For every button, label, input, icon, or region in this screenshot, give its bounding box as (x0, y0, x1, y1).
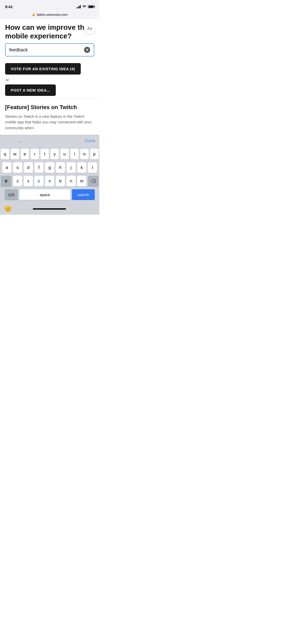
or-label: or (6, 78, 94, 82)
key-r[interactable]: r (31, 149, 39, 159)
key-n[interactable]: n (66, 176, 76, 186)
key-w[interactable]: w (11, 149, 19, 159)
address-bar: 🔒 twitch.uservoice.com (0, 11, 99, 19)
search-input-wrapper[interactable]: feedback (5, 43, 94, 56)
keyboard-row-4: 123 space search (1, 189, 99, 200)
key-j[interactable]: j (66, 162, 76, 173)
key-k[interactable]: k (77, 162, 86, 173)
signal-bars-icon (77, 5, 81, 8)
keyboard-row-2: a s d f g h j k l (1, 162, 99, 173)
key-search[interactable]: search (72, 189, 95, 200)
translate-button[interactable]: A 字 (84, 23, 95, 34)
post-new-idea-button[interactable]: POST A NEW IDEA... (5, 84, 56, 96)
keyboard: q w e r t y u i o p a s d f g h j k l z … (0, 147, 99, 204)
translate-icon: A 字 (87, 26, 92, 31)
key-g[interactable]: g (45, 162, 54, 173)
search-input[interactable]: feedback (9, 47, 84, 53)
search-clear-button[interactable] (84, 47, 90, 53)
battery-icon (88, 5, 94, 8)
key-delete[interactable] (88, 176, 99, 186)
search-container: feedback (5, 43, 94, 56)
key-f[interactable]: f (34, 162, 44, 173)
key-o[interactable]: o (80, 149, 89, 159)
feature-title[interactable]: [Feature] Stories on Twitch (5, 104, 94, 111)
emoji-button[interactable]: 😊 (4, 205, 12, 212)
delete-icon (91, 179, 96, 183)
svg-text:字: 字 (89, 27, 92, 31)
keyboard-row-3: z x c v b n m (1, 176, 99, 186)
status-icons (77, 5, 94, 9)
address-url[interactable]: twitch.uservoice.com (37, 13, 68, 17)
home-indicator (33, 208, 66, 210)
bottom-bar: 😊 (0, 204, 99, 215)
key-s[interactable]: s (13, 162, 22, 173)
key-u[interactable]: u (60, 149, 69, 159)
wifi-icon (82, 5, 86, 9)
key-z[interactable]: z (13, 176, 22, 186)
key-e[interactable]: e (21, 149, 29, 159)
keyboard-row-1: q w e r t y u i o p (1, 149, 99, 159)
key-p[interactable]: p (90, 149, 99, 159)
status-time: 9:41 (5, 5, 13, 9)
feature-description: Stories on Twitch is a new feature in th… (5, 114, 94, 131)
key-space[interactable]: space (19, 189, 70, 200)
key-b[interactable]: b (56, 176, 65, 186)
key-t[interactable]: t (40, 149, 49, 159)
key-x[interactable]: x (24, 176, 33, 186)
key-l[interactable]: l (88, 162, 97, 173)
key-v[interactable]: v (45, 176, 54, 186)
action-buttons: VOTE FOR AN EXISTING IDEA (4) or POST A … (0, 59, 99, 98)
key-y[interactable]: y (50, 149, 59, 159)
toolbar-done-button[interactable]: Done (85, 138, 95, 143)
key-h[interactable]: h (56, 162, 65, 173)
shift-icon (4, 179, 8, 183)
toolbar-up-arrow[interactable]: ⌃ (4, 137, 12, 145)
key-i[interactable]: i (70, 149, 79, 159)
key-q[interactable]: q (1, 149, 9, 159)
key-m[interactable]: m (77, 176, 86, 186)
toolbar-down-arrow[interactable]: ⌄ (16, 137, 23, 145)
key-numbers[interactable]: 123 (5, 189, 18, 200)
key-c[interactable]: c (34, 176, 44, 186)
lock-icon: 🔒 (32, 13, 35, 16)
toolbar-nav: ⌃ ⌄ (4, 137, 23, 145)
page-title: How can we improve the mobile experience… (0, 19, 99, 43)
vote-existing-button[interactable]: VOTE FOR AN EXISTING IDEA (4) (5, 63, 81, 75)
keyboard-toolbar: ⌃ ⌄ Done (0, 135, 99, 147)
key-a[interactable]: a (2, 162, 11, 173)
key-shift[interactable] (1, 176, 11, 186)
feature-card: [Feature] Stories on Twitch Stories on T… (0, 98, 99, 135)
status-bar: 9:41 (0, 0, 99, 11)
key-d[interactable]: d (24, 162, 33, 173)
